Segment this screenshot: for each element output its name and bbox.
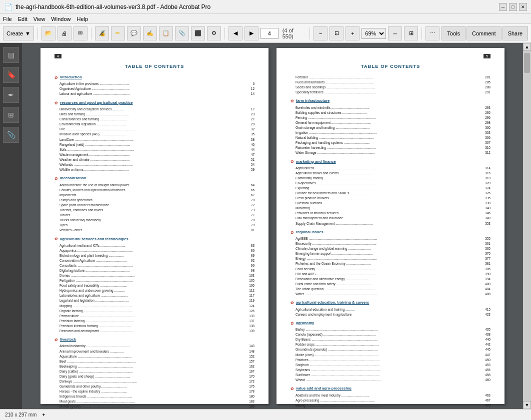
scroll-thumb[interactable] [524, 53, 530, 73]
toc-title-left: TABLE OF CONTENTS [54, 63, 254, 70]
toc-entry: Beekeeping .............................… [60, 364, 254, 369]
zoom-select[interactable]: 69% [362, 28, 386, 39]
toc-entry: Fertigation ............................… [60, 278, 254, 283]
toc-entry: Implements .............................… [60, 193, 254, 198]
section-title-resources[interactable]: resources and good agricultural practice [60, 100, 132, 106]
comment-icon-button[interactable]: 💬 [127, 26, 141, 40]
menu-view[interactable]: View [34, 16, 46, 22]
menu-bar: File Edit View Window Help [0, 14, 531, 24]
menu-window[interactable]: Window [51, 16, 70, 22]
separator-5 [422, 27, 422, 39]
toc-entry: Aquaponics .............................… [60, 248, 254, 253]
vertical-scrollbar[interactable]: ▲ ▼ [523, 43, 531, 409]
toc-entry: Agriculture in the provinces ...........… [60, 81, 254, 86]
section-icon: ✿ [54, 337, 58, 343]
toc-entry: Baking .................................… [296, 403, 490, 408]
attach-button[interactable]: 📎 [175, 26, 189, 40]
comment-button[interactable]: Comment [466, 26, 502, 40]
toc-entry: Dairy (goats and sheep) ................… [60, 374, 254, 379]
section-icon: ✿ [290, 386, 294, 392]
section-title-valueadd[interactable]: value add and agro-processing [296, 386, 352, 392]
section-farm-infra: ✿ farm infrastructure [290, 98, 490, 104]
section-title-regional[interactable]: regional issues [296, 230, 324, 235]
toc-entry: Dairy (cattle) .........................… [60, 369, 254, 374]
minimize-button[interactable]: ─ [499, 3, 507, 11]
sign-button[interactable]: ✍ [143, 26, 157, 40]
toc-entry: Trucks and heavy machinery .............… [60, 218, 254, 223]
toc-entry: Seeds and seedlings ....................… [296, 85, 490, 90]
print-button[interactable]: 🖨 [58, 26, 72, 40]
title-bar-text: the-agri-handbook-6th-edition-all-volume… [16, 3, 210, 10]
email-button[interactable]: ✉ [74, 26, 88, 40]
tools-button[interactable]: Tools [442, 26, 466, 40]
share-button[interactable]: Share [502, 26, 528, 40]
toc-entry: Tractors, combines and balers ..........… [60, 208, 254, 213]
section-title-mech[interactable]: mechanisation [60, 176, 86, 181]
toolbar: Create ▼ 📂 🖨 ✉ 🔏 ✏ 💬 ✍ 📋 📎 ⬛ ⚙ ◀ ▶ 4 (4 … [0, 24, 531, 43]
toc-entry: Renewable and alternative energy .......… [296, 277, 490, 282]
sidebar-pages-icon[interactable]: ▤ [3, 47, 19, 63]
page-number-input[interactable]: 4 [260, 28, 278, 39]
open-file-button[interactable]: 📂 [42, 26, 56, 40]
toc-entry: Research and development ...............… [60, 329, 254, 334]
section-title-marketing[interactable]: marketing and finance [296, 159, 336, 165]
toc-entry: Rangeland (veld) .......................… [60, 142, 254, 147]
page-number-left: 4 [54, 54, 62, 59]
toc-entry: Fuels and lubricants ...................… [296, 80, 490, 85]
toc-entry: Aquaculture ............................… [60, 354, 254, 359]
toc-entry: Wetlands ...............................… [60, 162, 254, 167]
more-tools-button[interactable]: ⋯ [426, 26, 440, 40]
toc-entry: Grain storage and handling .............… [296, 125, 490, 130]
redact-button[interactable]: ⬛ [191, 26, 205, 40]
status-bar: 210 x 297 mm ✦ [0, 409, 531, 420]
section-introduction: ✿ introduction [54, 75, 254, 81]
zoom-out-button[interactable]: − [314, 26, 328, 40]
section-title-intro[interactable]: introduction [60, 75, 82, 80]
section-title-farminfra[interactable]: farm infrastructure [296, 98, 330, 104]
highlight-button[interactable]: ✏ [111, 26, 125, 40]
create-button[interactable]: Create ▼ [3, 26, 34, 40]
section-title-agedu[interactable]: agricultural education, training & caree… [296, 300, 369, 306]
sidebar-layers-icon[interactable]: ⊞ [3, 107, 19, 123]
toc-entry: Biotechnology and plant breeding .......… [60, 253, 254, 258]
menu-file[interactable]: File [3, 16, 12, 22]
actual-size-button[interactable]: ⊞ [404, 26, 418, 40]
scroll-up-button[interactable]: ▲ [523, 43, 531, 51]
toc-entry: Wheat ..................................… [296, 378, 490, 383]
title-bar-controls[interactable]: ─ □ ✕ [499, 3, 527, 11]
toc-entry: Rural crime and farm safety ............… [296, 282, 490, 287]
toc-entry: Packaging and handling systems .........… [296, 140, 490, 145]
toc-entry: Agribusiness ...........................… [296, 166, 490, 171]
section-title-agservices[interactable]: agricultural services and technologies [60, 237, 128, 242]
page-info-text: (4 of 550) [280, 27, 306, 39]
toc-entry: Livestock auctions .....................… [296, 201, 490, 206]
fit-width-button[interactable]: ↔ [388, 26, 402, 40]
section-regional: ✿ regional issues [290, 230, 490, 236]
app-icon: 📄 [4, 3, 12, 11]
toc-entry: Precision livestock farming.............… [60, 324, 254, 329]
forms-button[interactable]: 📋 [159, 26, 173, 40]
next-page-button[interactable]: ▶ [244, 26, 258, 40]
menu-help[interactable]: Help [76, 16, 88, 22]
toc-entry: Consultants ............................… [60, 263, 254, 268]
sidebar-attachments-icon[interactable]: 📎 [3, 127, 19, 143]
toc-entry: Indigenous breeds ......................… [60, 394, 254, 399]
maximize-button[interactable]: □ [509, 3, 517, 11]
section-marketing: ✿ marketing and finance [290, 159, 490, 165]
fit-page-button[interactable]: ⊡ [330, 26, 344, 40]
separator-2 [91, 27, 92, 39]
settings-button[interactable]: ⚙ [207, 26, 221, 40]
close-button[interactable]: ✕ [519, 3, 527, 11]
scroll-down-button[interactable]: ▼ [523, 401, 531, 409]
sidebar-signatures-icon[interactable]: ✒ [3, 87, 19, 103]
separator-1 [38, 27, 38, 39]
menu-edit[interactable]: Edit [18, 16, 28, 22]
section-title-livestock[interactable]: livestock [60, 337, 76, 343]
prev-page-button[interactable]: ◀ [228, 26, 242, 40]
section-title-agronomy[interactable]: agronomy [296, 321, 314, 326]
sidebar-bookmarks-icon[interactable]: 🔖 [3, 67, 19, 83]
stamp-button[interactable]: 🔏 [95, 26, 109, 40]
toc-entry: Meat goats .............................… [60, 399, 254, 404]
zoom-in-button[interactable]: + [346, 26, 360, 40]
title-bar: 📄 the-agri-handbook-6th-edition-all-volu… [0, 0, 531, 14]
